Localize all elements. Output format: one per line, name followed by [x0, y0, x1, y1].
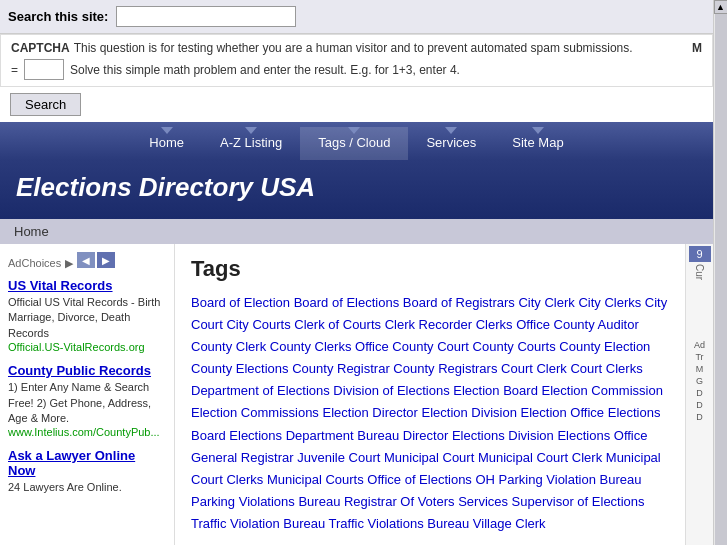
tag-link[interactable]: City Clerk — [518, 295, 574, 310]
breadcrumb-home[interactable]: Home — [14, 224, 49, 239]
captcha-label: CAPTCHA — [11, 41, 70, 55]
page-number: 9 — [689, 246, 711, 262]
captcha-section: CAPTCHA This question is for testing whe… — [0, 34, 713, 87]
tag-link[interactable]: Division of Elections — [333, 383, 449, 398]
site-title-bar: Elections Directory USA — [0, 160, 713, 219]
sidebar-ad-1-title[interactable]: US Vital Records — [8, 278, 166, 293]
tag-link[interactable]: Board of Elections — [294, 295, 400, 310]
captcha-trailing: M — [692, 41, 702, 55]
tag-link[interactable]: Election Commission — [542, 383, 663, 398]
tag-link[interactable]: County Registrars — [393, 361, 497, 376]
right-panel: 9 Cur Ad Tr M G D D D — [685, 244, 713, 545]
tag-link[interactable]: Bureau Registrar Of Voters — [298, 494, 454, 509]
search-site-input[interactable] — [116, 6, 296, 27]
vscroll-track[interactable] — [715, 14, 727, 545]
nav-bar: HomeA-Z ListingTags / CloudServicesSite … — [0, 122, 713, 160]
tag-link[interactable]: Village Clerk — [473, 516, 546, 531]
search-site-label: Search this site: — [8, 9, 108, 24]
tag-link[interactable]: County Court — [392, 339, 469, 354]
sidebar-ad-3-desc: 24 Lawyers Are Online. — [8, 480, 166, 495]
tag-link[interactable]: Board of Registrars — [403, 295, 515, 310]
tag-link[interactable]: County Clerks Office — [270, 339, 389, 354]
right-ad-d2: D — [696, 412, 703, 422]
right-ad-block-2: Tr — [695, 352, 703, 362]
captcha-equals: = — [11, 63, 18, 77]
tag-link[interactable]: Election Director — [323, 405, 418, 420]
right-ad-block-1: Ad — [694, 340, 705, 350]
sidebar-ad-2-url: www.Intelius.com/CountyPub... — [8, 426, 166, 438]
tag-link[interactable]: Municipal Court Clerk — [478, 450, 602, 465]
tag-link[interactable]: General Registrar — [191, 450, 294, 465]
sidebar-ad-3-title[interactable]: Ask a Lawyer Online Now — [8, 448, 166, 478]
tag-link[interactable]: Office of Elections — [367, 472, 472, 487]
right-ad-block-3: M — [696, 364, 704, 374]
nav-item-home[interactable]: Home — [131, 127, 202, 160]
tag-link[interactable]: County Auditor — [554, 317, 639, 332]
tag-link[interactable]: County Registrar — [292, 361, 390, 376]
nav-item-tagscloud[interactable]: Tags / Cloud — [300, 127, 408, 160]
tag-link[interactable]: Municipal Courts — [267, 472, 364, 487]
tag-link[interactable]: Clerks Office — [476, 317, 550, 332]
sidebar-ad-1-desc: Official US Vital Records - Birth Marria… — [8, 295, 166, 341]
tag-link[interactable]: Municipal Court — [384, 450, 474, 465]
right-ad-block-4: G — [696, 376, 703, 386]
tag-link[interactable]: Court Clerks — [570, 361, 642, 376]
nav-item-azlisting[interactable]: A-Z Listing — [202, 127, 300, 160]
tag-link[interactable]: Juvenile Court — [297, 450, 380, 465]
tag-link[interactable]: Election Office — [521, 405, 605, 420]
tag-link[interactable]: Traffic Violations Bureau — [329, 516, 470, 531]
page-label: Cur — [694, 264, 705, 280]
ad-prev-button[interactable]: ◀ — [77, 252, 95, 268]
tag-link[interactable]: Court Clerk — [501, 361, 567, 376]
right-ad-block-5: D — [696, 388, 703, 398]
vertical-scrollbar: ▲ ▼ — [713, 0, 727, 545]
sidebar-ad-1: US Vital Records Official US Vital Recor… — [8, 278, 166, 353]
tag-link[interactable]: County Clerk — [191, 339, 266, 354]
ad-nav: ◀ ▶ — [77, 252, 115, 268]
tag-link[interactable]: OH Parking Violation — [476, 472, 596, 487]
tag-link[interactable]: County Elections — [191, 361, 289, 376]
sidebar-ad-2: County Public Records 1) Enter Any Name … — [8, 363, 166, 438]
captcha-input[interactable] — [24, 59, 64, 80]
tag-link[interactable]: County Courts — [473, 339, 556, 354]
nav-item-services[interactable]: Services — [408, 127, 494, 160]
tag-link[interactable]: Services Supervisor of Elections — [458, 494, 644, 509]
sidebar-ad-2-title[interactable]: County Public Records — [8, 363, 166, 378]
tag-link[interactable]: City Courts — [226, 317, 290, 332]
tag-link[interactable]: Clerk of Courts — [294, 317, 381, 332]
tags-text: Board of Election Board of Elections Boa… — [191, 292, 669, 535]
tag-link[interactable]: Traffic Violation Bureau — [191, 516, 325, 531]
captcha-hint: Solve this simple math problem and enter… — [70, 63, 460, 77]
ad-choices-icon: ▶ — [65, 257, 73, 270]
top-search-bar: Search this site: — [0, 0, 713, 34]
tag-link[interactable]: County Election — [559, 339, 650, 354]
sidebar-ad-3: Ask a Lawyer Online Now 24 Lawyers Are O… — [8, 448, 166, 495]
tag-link[interactable]: Department of Elections — [191, 383, 330, 398]
sidebar-ad-1-url: Official.US-VitalRecords.org — [8, 341, 166, 353]
ad-next-button[interactable]: ▶ — [97, 252, 115, 268]
tag-link[interactable]: Elections Division — [452, 428, 554, 443]
tag-link[interactable]: Election Division — [422, 405, 517, 420]
sidebar: AdChoices ▶ ◀ ▶ US Vital Records Officia… — [0, 244, 175, 545]
tag-link[interactable]: Elections Department — [229, 428, 353, 443]
tag-link[interactable]: Election Commissions — [191, 405, 319, 420]
breadcrumb-bar: Home — [0, 219, 713, 244]
tag-link[interactable]: Clerk Recorder — [385, 317, 472, 332]
right-ad-d1: D — [696, 400, 703, 410]
nav-item-sitemap[interactable]: Site Map — [494, 127, 581, 160]
ad-choices-label: AdChoices — [8, 257, 61, 269]
tag-link[interactable]: Election Board — [453, 383, 538, 398]
captcha-description: This question is for testing whether you… — [74, 41, 688, 55]
tags-title: Tags — [191, 256, 669, 282]
tag-link[interactable]: Bureau Director — [357, 428, 448, 443]
tag-link[interactable]: City Clerks — [578, 295, 641, 310]
ad-choices: AdChoices ▶ ◀ ▶ — [8, 252, 166, 274]
site-title: Elections Directory USA — [16, 172, 697, 203]
main-content: Tags Board of Election Board of Election… — [175, 244, 685, 545]
tag-link[interactable]: Elections Office — [557, 428, 647, 443]
sidebar-ad-2-desc: 1) Enter Any Name & Search Free! 2) Get … — [8, 380, 166, 426]
vscroll-up-button[interactable]: ▲ — [714, 0, 728, 14]
search-button[interactable]: Search — [10, 93, 81, 116]
tag-link[interactable]: Board of Election — [191, 295, 290, 310]
